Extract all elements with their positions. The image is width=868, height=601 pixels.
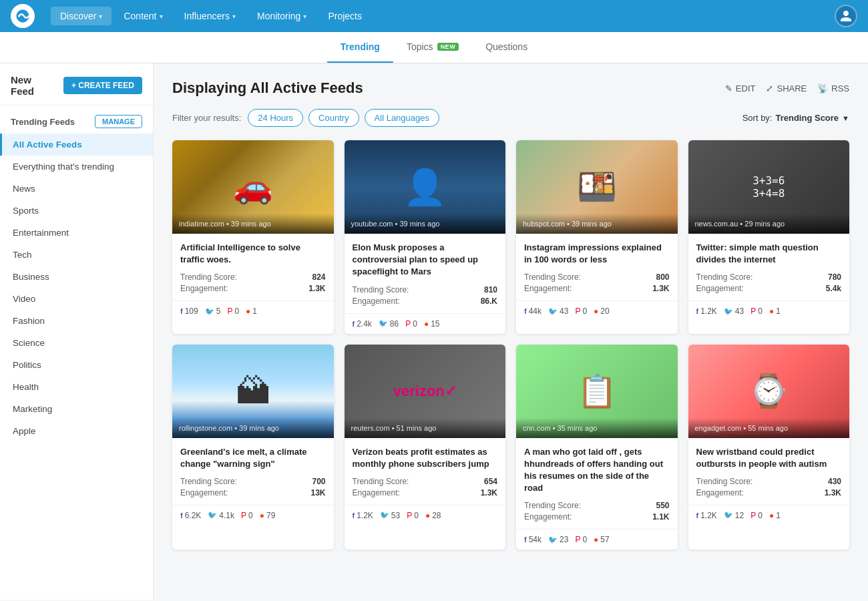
card-stats: Trending Score: 700 Engagement: 13K [180,477,326,497]
trending-score-value: 430 [828,477,841,486]
tab-questions[interactable]: Questions [472,32,541,63]
card-stats: Trending Score: 654 Engagement: 1.3K [353,477,498,497]
rss-icon: 📡 [817,83,828,93]
sidebar-item-politics[interactable]: Politics [0,354,153,376]
engagement-value: 1.3K [652,284,669,293]
sidebar-item-apple[interactable]: Apple [0,420,153,442]
reddit-icon: ● [769,307,774,316]
content-actions: ✎EDIT⤢SHARE📡RSS [725,83,849,93]
card-title: Verizon beats profit estimates as monthl… [353,446,498,470]
sidebar-item-sports[interactable]: Sports [0,200,153,222]
sidebar-item-business[interactable]: Business [0,266,153,288]
trending-score-value: 700 [312,477,325,486]
sidebar-item-everything-that's-trending[interactable]: Everything that's trending [0,156,153,178]
sidebar-item-all-active-feeds[interactable]: All Active Feeds [0,134,153,156]
sidebar-item-marketing[interactable]: Marketing [0,398,153,420]
edit-button[interactable]: ✎EDIT [725,83,756,93]
tabs-bar: TrendingTopicsNEWQuestions [0,32,868,63]
chevron-down-icon: ▾ [232,13,236,20]
card-image-overlay: reuters.com • 51 mins ago [345,418,506,438]
user-avatar[interactable] [835,5,857,27]
create-feed-button[interactable]: + CREATE FEED [63,77,142,94]
tab-label: Topics [407,41,433,52]
reddit-icon: ● [246,307,250,316]
trending-score-label: Trending Score: [524,501,581,510]
engagement-label: Engagement: [524,284,572,293]
engagement-value: 13K [310,488,325,497]
share-button[interactable]: ⤢SHARE [766,83,807,93]
sidebar-item-fashion[interactable]: Fashion [0,310,153,332]
sidebar-item-health[interactable]: Health [0,376,153,398]
engagement-value: 1.1K [652,512,669,522]
facebook-icon: f [353,320,355,328]
reddit-icon: ● [260,511,264,520]
card-title: Twitter: simple math question divides th… [696,242,842,266]
sidebar-item-entertainment[interactable]: Entertainment [0,222,153,244]
article-card-8[interactable]: engadget.com • 55 mins ago New wristband… [688,345,850,550]
trending-feeds-title: Trending Feeds [11,117,75,127]
article-card-6[interactable]: reuters.com • 51 mins ago Verizon beats … [345,345,506,550]
reddit-icon: ● [594,307,598,316]
filter-all-languages-button[interactable]: All Languages [365,109,439,127]
card-image-overlay: rollingstone.com • 39 mins ago [172,418,334,438]
trending-score-value: 780 [828,272,841,282]
sidebar-item-tech[interactable]: Tech [0,244,153,266]
reddit-icon: ● [769,511,774,520]
twitter-count: 🐦53 [380,511,400,520]
manage-button[interactable]: MANAGE [95,115,142,128]
trending-score-value: 550 [656,501,669,510]
article-card-4[interactable]: news.com.au • 29 mins ago Twitter: simpl… [688,140,850,334]
nav-item-discover[interactable]: Discover▾ [51,7,112,25]
facebook-count: f44k [524,307,541,316]
card-social: f6.2K 🐦4.1k P0 ●79 [172,505,334,526]
cards-grid: indiatime.com • 39 mins ago Artificial I… [172,140,849,550]
pinterest-icon: P [750,511,756,520]
content-area: Displaying All Active Feeds ✎EDIT⤢SHARE📡… [154,63,868,600]
sidebar-item-video[interactable]: Video [0,288,153,310]
card-image: rollingstone.com • 39 mins ago [172,345,334,438]
pinterest-icon: P [241,511,246,520]
article-card-1[interactable]: indiatime.com • 39 mins ago Artificial I… [172,140,334,334]
twitter-icon: 🐦 [379,319,388,328]
engagement-label: Engagement: [180,284,228,293]
sidebar-item-news[interactable]: News [0,178,153,200]
tab-trending[interactable]: Trending [327,32,393,63]
nav-item-projects[interactable]: Projects [318,7,371,25]
card-title: Elon Musk proposes a controversial plan … [353,242,498,278]
twitter-count: 🐦86 [379,319,399,329]
trending-score-value: 824 [312,272,325,282]
facebook-count: f1.2K [696,307,717,316]
facebook-icon: f [180,512,183,520]
card-title: Greenland's ice melt, a climate change "… [180,446,326,470]
article-card-7[interactable]: cnn.com • 35 mins ago A man who got laid… [516,345,678,550]
tab-topics[interactable]: TopicsNEW [393,32,472,63]
article-card-2[interactable]: youtube.com • 39 mins ago Elon Musk prop… [345,140,506,334]
engagement-value: 1.3K [308,284,325,293]
filter-results-label: Filter your results: [172,113,241,123]
card-body: Greenland's ice melt, a climate change "… [172,438,334,505]
pinterest-count: P0 [750,307,763,316]
nav-item-influencers[interactable]: Influencers▾ [175,7,245,25]
article-card-3[interactable]: hubspot.com • 39 mins ago Instagram impr… [516,140,678,334]
twitter-icon: 🐦 [208,511,217,520]
card-image: hubspot.com • 39 mins ago [516,140,678,234]
trending-score-label: Trending Score: [696,477,753,486]
sidebar-item-science[interactable]: Science [0,332,153,354]
nav-item-monitoring[interactable]: Monitoring▾ [248,7,316,25]
engagement-value: 1.3K [825,488,841,497]
facebook-icon: f [696,307,699,315]
article-card-5[interactable]: rollingstone.com • 39 mins ago Greenland… [172,345,334,550]
card-social: f44k 🐦43 P0 ●20 [516,300,678,321]
trending-score-label: Trending Score: [696,272,753,282]
filter-24-hours-button[interactable]: 24 Hours [248,109,303,127]
card-image-overlay: news.com.au • 29 mins ago [688,214,850,234]
rss-button[interactable]: 📡RSS [817,83,849,93]
card-image-overlay: indiatime.com • 39 mins ago [172,214,334,234]
filter-country-button[interactable]: Country [308,109,359,127]
sort-control[interactable]: Sort by: Trending Score ▼ [742,113,849,123]
card-source: news.com.au • 29 mins ago [695,220,785,228]
nav-item-content[interactable]: Content▾ [114,7,172,25]
logo[interactable] [11,4,35,28]
card-social: f1.2K 🐦12 P0 ●1 [688,505,850,526]
edit-icon: ✎ [725,83,732,93]
